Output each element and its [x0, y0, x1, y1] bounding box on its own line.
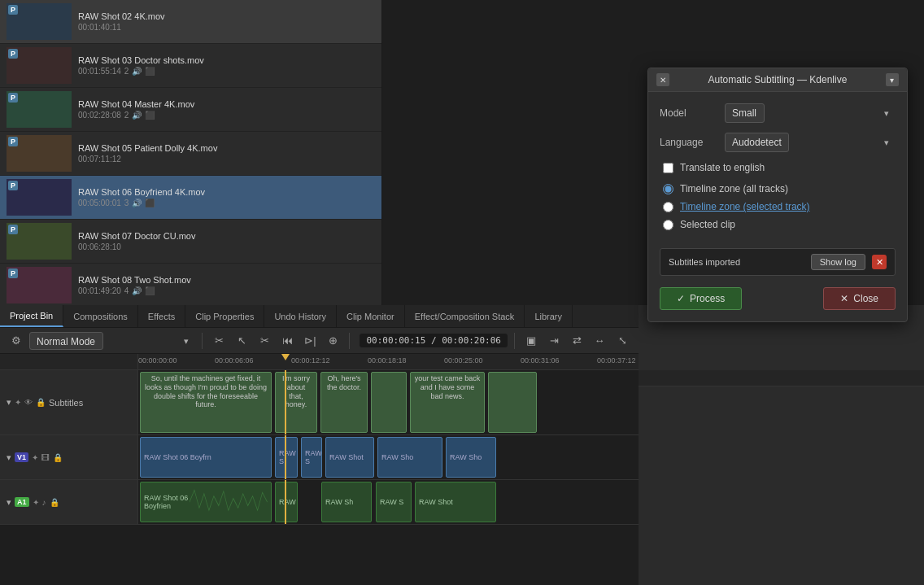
v1-wand-icon[interactable]: ✦: [32, 453, 38, 462]
model-select[interactable]: Small: [725, 103, 765, 123]
clip-meta: 00:01:55:14 2 🔊 ⬛: [78, 67, 375, 76]
tab-compositions[interactable]: Compositions: [63, 305, 138, 327]
status-close-button[interactable]: ✕: [872, 255, 887, 269]
clip-radio[interactable]: [663, 220, 673, 230]
cut-button[interactable]: ✂: [255, 331, 274, 351]
insert-button[interactable]: ⊕: [323, 331, 342, 351]
clip-item[interactable]: PRAW Shot 02 4K.mov00:01:40:11: [0, 0, 381, 44]
audio-clip-5[interactable]: RAW Shot: [415, 482, 496, 522]
clip-item[interactable]: PRAW Shot 07 Doctor CU.mov00:06:28:10: [0, 220, 381, 264]
clip-info: RAW Shot 02 4K.mov00:01:40:11: [78, 11, 375, 32]
zone-all-label[interactable]: Timeline zone (all tracks): [680, 183, 788, 194]
subtitle-clip-2[interactable]: I'm sorry about that, honey.: [275, 372, 317, 433]
proxy-badge: P: [8, 49, 18, 59]
subtitle-clip-1[interactable]: So, until the machines get fixed, it loo…: [140, 372, 272, 433]
close-button[interactable]: ✕ Close: [823, 287, 896, 310]
proxy-badge: P: [8, 5, 18, 15]
dialog-expand-button[interactable]: ▾: [886, 73, 899, 86]
tab-project-bin[interactable]: Project Bin: [0, 305, 63, 327]
ruler-time-1: 00:00:06:06: [215, 356, 254, 365]
tabs-bar: Project BinCompositionsEffectsClip Prope…: [0, 305, 639, 328]
v1-lock-icon[interactable]: 🔒: [53, 453, 63, 462]
v1-track-content: RAW Shot 06 Boyfrn RAW S RAW S RAW Shot …: [138, 435, 639, 479]
a1-expand-icon[interactable]: ▾: [7, 497, 11, 508]
razor-button[interactable]: ✂: [209, 331, 229, 351]
subtitle-track-name: Subtitles: [49, 398, 83, 408]
clip-thumbnail: P: [7, 91, 72, 128]
slip-button[interactable]: ⇄: [567, 331, 586, 351]
mode-select[interactable]: Normal Mode: [29, 332, 103, 350]
tab-clip-monitor[interactable]: Clip Monitor: [337, 305, 405, 327]
fit-button[interactable]: ⤡: [612, 331, 632, 351]
process-checkmark-icon: ✓: [677, 293, 685, 304]
subtitle-track-wand[interactable]: ✦: [15, 398, 21, 407]
clip-thumbnail: P: [7, 3, 72, 40]
ruler-offset: [0, 354, 138, 369]
tab-effects[interactable]: Effects: [138, 305, 185, 327]
clip-item[interactable]: PRAW Shot 03 Doctor shots.mov00:01:55:14…: [0, 44, 381, 88]
clip-item[interactable]: PRAW Shot 08 Two Shot.mov00:01:49:20 4 🔊…: [0, 264, 381, 305]
a1-lock-icon[interactable]: 🔒: [50, 498, 59, 507]
subtitle-clip-6[interactable]: [488, 372, 537, 433]
a1-track-content: RAW Shot 06 Boyfrien RAW RAW Sh RAW S RA…: [138, 480, 639, 524]
ruler-time-4: 00:00:25:00: [444, 356, 483, 365]
a1-audio-icon[interactable]: ♪: [42, 498, 46, 507]
separator-1: [202, 333, 203, 349]
subtitle-clip-5[interactable]: your test came back and I have some bad …: [410, 372, 485, 433]
audio-clip-3[interactable]: RAW Sh: [321, 482, 372, 522]
tab-library[interactable]: Library: [525, 305, 573, 327]
tab-effect-composition-stack[interactable]: Effect/Composition Stack: [405, 305, 525, 327]
vid-clip-3[interactable]: RAW S: [301, 437, 322, 478]
tab-undo-history[interactable]: Undo History: [264, 305, 337, 327]
clip-radio-label[interactable]: Selected clip: [680, 219, 735, 230]
clip-name: RAW Shot 02 4K.mov: [78, 11, 375, 21]
audio-clip-2[interactable]: RAW: [275, 482, 298, 522]
subtitle-clip-4[interactable]: [371, 372, 407, 433]
clip-thumbnail: P: [7, 223, 72, 260]
clip-item[interactable]: PRAW Shot 05 Patient Dolly 4K.mov00:07:1…: [0, 132, 381, 176]
clip-extra-icon: 🔊: [132, 111, 142, 120]
vid-clip-5[interactable]: RAW Sho: [377, 437, 442, 478]
v1-film-icon[interactable]: 🎞: [41, 453, 50, 462]
ripple-button[interactable]: ⇥: [544, 331, 564, 351]
clip-item[interactable]: PRAW Shot 04 Master 4K.mov00:02:28:08 2 …: [0, 88, 381, 132]
subtitle-track-eye[interactable]: 👁: [24, 398, 33, 407]
clip-name: RAW Shot 08 Two Shot.mov: [78, 275, 375, 285]
clip-radio-row: Selected clip: [663, 219, 896, 230]
ruler-time-2: 00:00:12:12: [291, 356, 330, 365]
a1-wand-icon[interactable]: ✦: [33, 498, 39, 507]
timecode-display: 00:00:00:15 / 00:00:20:06: [360, 334, 508, 347]
clip-extra-icon: 🔊: [132, 286, 142, 295]
vid-clip-2[interactable]: RAW S: [275, 437, 298, 478]
audio-clip-1[interactable]: RAW Shot 06 Boyfrien: [140, 482, 272, 522]
tab-clip-properties[interactable]: Clip Properties: [185, 305, 264, 327]
clip-item[interactable]: PRAW Shot 06 Boyfriend 4K.mov00:05:00:01…: [0, 176, 381, 220]
settings-button[interactable]: ⚙: [7, 331, 26, 351]
spacer-button[interactable]: ↔: [590, 331, 609, 351]
vid-clip-1[interactable]: RAW Shot 06 Boyfrn: [140, 437, 272, 478]
subtitle-clip-3[interactable]: Oh, here's the doctor.: [320, 372, 368, 433]
vid-clip-4[interactable]: RAW Shot: [325, 437, 374, 478]
process-button[interactable]: ✓ Process: [660, 287, 742, 310]
show-log-button[interactable]: Show log: [811, 254, 865, 270]
translate-label[interactable]: Translate to english: [680, 162, 765, 173]
translate-checkbox[interactable]: [663, 163, 673, 173]
dialog-x-button[interactable]: ✕: [656, 73, 669, 86]
zone-selected-label[interactable]: Timeline zone (selected track): [680, 201, 810, 212]
v1-expand-icon[interactable]: ▾: [7, 452, 11, 463]
audio-clip-4[interactable]: RAW S: [376, 482, 412, 522]
language-select[interactable]: Audodetect: [725, 133, 789, 152]
zone-all-radio[interactable]: [663, 184, 673, 194]
select-button[interactable]: ↖: [232, 331, 251, 351]
proxy-badge: P: [8, 268, 18, 278]
prev-frame-button[interactable]: ⏮: [277, 331, 297, 351]
vid-clip-6[interactable]: RAW Sho: [446, 437, 496, 478]
next-marker-button[interactable]: ⊳|: [300, 331, 320, 351]
clip-thumbnail: P: [7, 135, 72, 172]
zone-selected-radio[interactable]: [663, 202, 673, 212]
language-label: Language: [660, 137, 725, 148]
separator-2: [349, 333, 350, 349]
monitor-button[interactable]: ▣: [521, 331, 541, 351]
subtitle-track-label: ▾ ✦ 👁 🔒 Subtitles: [0, 370, 138, 434]
subtitle-track-lock[interactable]: 🔒: [36, 398, 46, 407]
